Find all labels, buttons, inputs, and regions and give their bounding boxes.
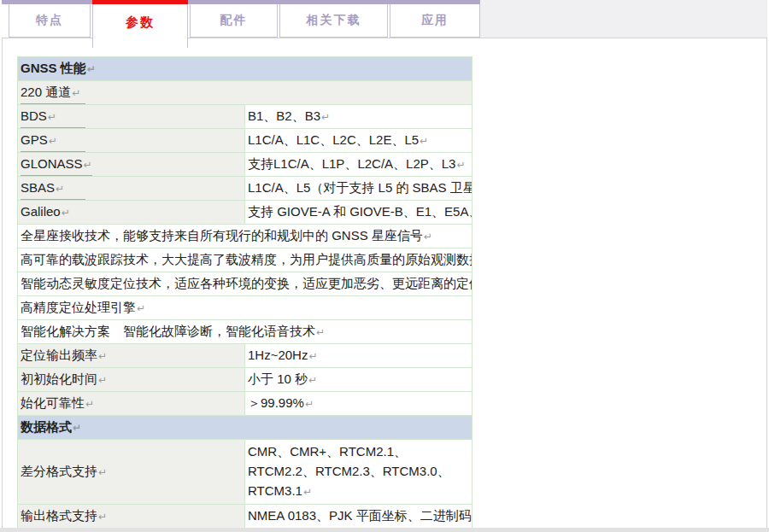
- cell-text: 智能动态灵敏度定位技术，适应各种环境的变换，适应更加恶劣、更远距离的定位环境↵: [21, 276, 473, 290]
- spec-label-cell: GPS↵: [18, 129, 245, 153]
- spec-row: GLONASS↵支持L1C/A、L1P、L2C/A、L2P、L3↵: [18, 153, 473, 177]
- return-mark: ↵: [303, 486, 312, 498]
- spec-value-cell: 支持L1C/A、L1P、L2C/A、L2P、L3↵: [245, 153, 473, 177]
- section-header-cell: GNSS 性能↵: [18, 57, 473, 81]
- spec-value-cell: ＞99.99%↵: [245, 392, 473, 416]
- return-mark: ↵: [321, 111, 330, 123]
- spec-label-cell: 初初始化时间↵: [18, 368, 245, 392]
- tab-bar: 特点参数配件相关下载应用: [0, 0, 769, 38]
- cell-text: 数据格式↵: [21, 419, 81, 434]
- text: 全星座接收技术，能够支持来自所有现行的和规划中的 GNSS 星座信号: [21, 228, 423, 243]
- text: 定位输出频率: [21, 348, 97, 362]
- text: Galileo: [21, 204, 61, 219]
- return-mark: ↵: [56, 183, 64, 195]
- spec-label-cell: 始化可靠性↵: [18, 392, 245, 416]
- spec-row: SBAS↵L1C/A、L5（对于支持 L5 的 SBAS 卫星）↵: [18, 177, 473, 201]
- spec-value-cell: L1C/A、L1C、L2C、L2E、L5↵: [245, 129, 473, 153]
- spec-fullwidth-cell: 高精度定位处理引擎↵: [18, 296, 473, 320]
- return-mark: ↵: [72, 87, 80, 99]
- text: 小于 10 秒: [248, 371, 308, 386]
- return-mark: ↵: [98, 511, 107, 523]
- spec-row: Galileo↵支持 GIOVE-A 和 GIOVE-B、E1、E5A、E5Б↵: [18, 201, 473, 225]
- return-mark: ↵: [316, 326, 325, 338]
- spec-fullwidth-cell: 智能动态灵敏度定位技术，适应各种环境的变换，适应更加恶劣、更远距离的定位环境↵: [18, 272, 473, 296]
- spec-label-cell: Galileo↵: [18, 201, 245, 225]
- cell-text: CMR、CMR+、RTCM2.1、RTCM2.2、RTCM2.3、RTCM3.0…: [248, 444, 450, 498]
- tab-accessories[interactable]: 配件: [190, 4, 278, 38]
- return-mark: ↵: [424, 231, 432, 243]
- text: 输出格式支持: [21, 508, 97, 523]
- spec-fullwidth-row: 高可靠的载波跟踪技术，大大提高了载波精度，为用户提供高质量的原始观测数据↵: [18, 248, 473, 272]
- spec-fullwidth-row: 全星座接收技术，能够支持来自所有现行的和规划中的 GNSS 星座信号↵: [18, 225, 473, 248]
- text: 差分格式支持: [21, 464, 97, 478]
- return-mark: ↵: [98, 374, 107, 386]
- cell-text: L1C/A、L1C、L2C、L2E、L5↵: [248, 132, 428, 147]
- text: GPS: [21, 132, 48, 147]
- text: L1C/A、L5（对于支持 L5 的 SBAS 卫星）: [248, 180, 473, 195]
- text: 高可靠的载波跟踪技术，大大提高了载波精度，为用户提供高质量的原始观测数据: [21, 252, 473, 266]
- spec-value-cell: 支持 GIOVE-A 和 GIOVE-B、E1、E5A、E5Б↵: [245, 201, 473, 225]
- return-mark: ↵: [87, 63, 96, 75]
- tab-parameters[interactable]: 参数: [92, 4, 188, 48]
- text: 初初始化时间: [21, 371, 97, 386]
- text: NMEA 0183、PJK 平面坐标、二进制码: [248, 508, 472, 523]
- section-header-row: 数据格式↵: [18, 416, 473, 440]
- spec-value-cell: 1Hz~20Hz↵: [245, 344, 473, 368]
- spec-label-cell: 差分格式支持↵: [18, 440, 245, 505]
- spec-fullwidth-cell: 220 通道↵: [18, 81, 473, 105]
- spec-label-cell: 定位输出频率↵: [18, 344, 245, 368]
- spec-fullwidth-row: 智能动态灵敏度定位技术，适应各种环境的变换，适应更加恶劣、更远距离的定位环境↵: [18, 272, 473, 296]
- cell-text: Galileo↵: [21, 204, 70, 219]
- tabbar-right-filler: [480, 0, 767, 38]
- cell-text: 初初始化时间↵: [21, 371, 107, 386]
- text: 智能动态灵敏度定位技术，适应各种环境的变换，适应更加恶劣、更远距离的定位环境: [21, 276, 473, 290]
- spec-value-cell: 小于 10 秒↵: [245, 368, 473, 392]
- tab-label: 参数: [126, 15, 155, 31]
- cell-text: SBAS↵: [21, 178, 85, 200]
- spec-fullwidth-row: 高精度定位处理引擎↵: [18, 296, 473, 320]
- section-header-row: GNSS 性能↵: [18, 57, 473, 81]
- text: SBAS: [21, 180, 55, 195]
- text: BDS: [21, 108, 47, 123]
- active-tab-indicator: [92, 0, 188, 4]
- spec-fullwidth-cell: 全星座接收技术，能够支持来自所有现行的和规划中的 GNSS 星座信号↵: [18, 225, 473, 248]
- cell-text: 小于 10 秒↵: [248, 371, 317, 386]
- cell-text: BDS↵: [21, 106, 85, 128]
- spec-label-cell: BDS↵: [18, 105, 245, 129]
- cell-text: GLONASS↵: [21, 154, 92, 176]
- return-mark: ↵: [305, 398, 314, 410]
- spec-value-cell: L1C/A、L5（对于支持 L5 的 SBAS 卫星）↵: [245, 177, 473, 201]
- cell-text: NMEA 0183、PJK 平面坐标、二进制码↵: [248, 508, 473, 523]
- text: 支持L1C/A、L1P、L2C/A、L2P、L3: [248, 156, 455, 171]
- return-mark: ↵: [98, 466, 107, 478]
- tab-features[interactable]: 特点: [9, 4, 91, 38]
- spec-label-cell: 输出格式支持↵: [18, 505, 245, 529]
- text: 智能化解决方案 智能化故障诊断，智能化语音技术: [21, 324, 315, 338]
- cell-text: 高可靠的载波跟踪技术，大大提高了载波精度，为用户提供高质量的原始观测数据↵: [21, 252, 473, 266]
- return-mark: ↵: [85, 398, 94, 410]
- cell-text: 支持 GIOVE-A 和 GIOVE-B、E1、E5A、E5Б↵: [248, 204, 473, 219]
- text: GNSS 性能: [21, 61, 86, 75]
- cell-text: L1C/A、L5（对于支持 L5 的 SBAS 卫星）↵: [248, 180, 473, 195]
- spec-row: 输出格式支持↵NMEA 0183、PJK 平面坐标、二进制码↵: [18, 505, 473, 529]
- tab-label: 配件: [220, 13, 248, 28]
- cell-text: 输出格式支持↵: [21, 508, 107, 523]
- cell-text: 定位输出频率↵: [21, 348, 107, 362]
- tab-applications[interactable]: 应用: [390, 4, 480, 38]
- return-mark: ↵: [49, 135, 57, 147]
- text: 1Hz~20Hz: [248, 348, 308, 362]
- spec-row: GPS↵L1C/A、L1C、L2C、L2E、L5↵: [18, 129, 473, 153]
- return-mark: ↵: [137, 302, 145, 314]
- tab-panel-parameters: GNSS 性能↵220 通道↵BDS↵B1、B2、B3↵GPS↵L1C/A、L1…: [2, 38, 767, 532]
- return-mark: ↵: [84, 159, 92, 171]
- text: 始化可靠性: [21, 395, 85, 410]
- bottom-edge-strip: [0, 528, 769, 532]
- cell-text: ＞99.99%↵: [248, 395, 314, 410]
- tab-downloads[interactable]: 相关下载: [279, 4, 388, 38]
- cell-text: 支持L1C/A、L1P、L2C/A、L2P、L3↵: [248, 156, 466, 171]
- cell-text: 全星座接收技术，能够支持来自所有现行的和规划中的 GNSS 星座信号↵: [21, 228, 432, 243]
- return-mark: ↵: [456, 159, 465, 171]
- cell-text: 高精度定位处理引擎↵: [21, 300, 145, 314]
- spec-value-cell: NMEA 0183、PJK 平面坐标、二进制码↵: [245, 505, 473, 529]
- text: 支持 GIOVE-A 和 GIOVE-B、E1、E5A、E5Б: [248, 204, 473, 219]
